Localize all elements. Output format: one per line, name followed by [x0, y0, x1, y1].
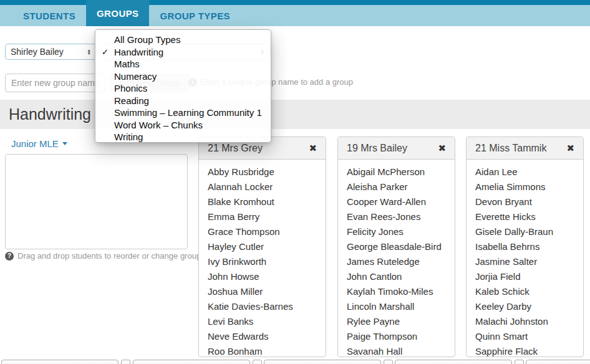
close-icon[interactable]: ✖ — [566, 143, 574, 153]
student-item[interactable]: Cooper Ward-Allen — [347, 194, 446, 209]
group-type-dropdown-menu: All Group Types✓HandwritingMathsNumeracy… — [95, 29, 271, 143]
student-item[interactable]: Isabella Behrns — [475, 239, 574, 254]
bottom-select-stepper[interactable] — [121, 360, 130, 364]
student-item[interactable]: Amelia Simmons — [475, 180, 574, 194]
student-item[interactable]: Abby Rusbridge — [208, 165, 317, 180]
student-item[interactable]: Emma Berry — [208, 209, 317, 224]
page-title: Handwriting — [9, 105, 91, 123]
bottom-select[interactable] — [1, 360, 118, 364]
group-column: 19 Mrs Bailey ✖ Abigail McPhersonAleisha… — [337, 136, 455, 357]
checkmark-icon: ✓ — [102, 46, 109, 59]
student-list: Aidan LeeAmelia SimmonsDevon BryantEvere… — [467, 160, 583, 357]
student-item[interactable]: Blake Kromhout — [208, 194, 317, 209]
drag-drop-hint: ? Drag and drop students to reorder or c… — [5, 251, 205, 261]
group-column-header: 19 Mrs Bailey ✖ — [338, 137, 455, 160]
student-item[interactable]: Roo Bonham — [208, 344, 317, 357]
menu-item[interactable]: Reading — [95, 95, 271, 107]
student-item[interactable]: Sapphire Flack — [475, 344, 574, 357]
student-item[interactable]: John Howse — [208, 269, 317, 284]
student-item[interactable]: Lincoln Marshall — [347, 299, 446, 314]
bottom-select-stepper[interactable] — [384, 360, 393, 364]
student-item[interactable]: Malachi Johnston — [475, 314, 574, 329]
heading-band: Handwriting — [0, 100, 590, 129]
student-item[interactable]: Hayley Cutler — [208, 239, 317, 254]
student-drop-zone[interactable] — [5, 154, 188, 249]
student-item[interactable]: James Ruteledge — [347, 254, 446, 269]
menu-item[interactable]: Writing — [95, 131, 271, 143]
group-column: 21 Miss Tammik ✖ Aidan LeeAmelia Simmons… — [466, 136, 584, 357]
student-item[interactable]: Paige Thompson — [347, 329, 446, 344]
student-item[interactable]: Joshua Miller — [208, 284, 317, 299]
group-column-title: 21 Miss Tammik — [475, 143, 566, 154]
group-column-title: 19 Mrs Bailey — [347, 143, 438, 154]
menu-item[interactable]: Maths — [95, 58, 271, 70]
tab-group-types[interactable]: GROUP TYPES — [149, 5, 240, 26]
student-item[interactable]: Gisele Dally-Braun — [475, 224, 574, 239]
tab-groups[interactable]: GROUPS — [86, 0, 149, 26]
menu-item[interactable]: Phonics — [95, 82, 271, 95]
student-item[interactable]: Devon Bryant — [475, 194, 574, 209]
close-icon[interactable]: ✖ — [438, 143, 446, 153]
menu-item[interactable]: Swimming – Learning Community 1 — [95, 107, 271, 119]
class-selector-label: Junior MLE — [11, 138, 59, 149]
student-item[interactable]: Aleisha Parker — [347, 180, 446, 194]
bottom-select[interactable] — [526, 360, 590, 364]
menu-item[interactable]: Word Work – Chunks — [95, 119, 271, 132]
drag-drop-hint-text: Drag and drop students to reorder or cha… — [17, 251, 205, 261]
student-item[interactable]: Jasmine Salter — [475, 254, 574, 269]
student-item[interactable]: Jorjia Field — [475, 269, 574, 284]
bottom-select-stepper[interactable] — [253, 360, 262, 364]
teacher-select[interactable]: Shirley Bailey ▲▼ — [5, 44, 97, 60]
student-item[interactable]: Aidan Lee — [475, 165, 574, 180]
question-icon: ? — [5, 252, 14, 261]
student-item[interactable]: Grace Thompson — [208, 224, 317, 239]
student-item[interactable]: Kaylah Timoko-Miles — [347, 284, 446, 299]
student-item[interactable]: Levi Banks — [208, 314, 317, 329]
student-list: Abigail McPhersonAleisha ParkerCooper Wa… — [338, 160, 455, 357]
new-group-name-input[interactable] — [5, 74, 105, 92]
student-item[interactable]: Keeley Darby — [475, 299, 574, 314]
student-list: Abby RusbridgeAlannah LockerBlake Kromho… — [199, 160, 326, 357]
group-column-title: 21 Mrs Grey — [208, 143, 309, 154]
teacher-select-value: Shirley Bailey — [11, 47, 64, 57]
student-item[interactable]: Katie Davies-Barnes — [208, 299, 317, 314]
close-icon[interactable]: ✖ — [309, 143, 317, 153]
group-column-header: 21 Miss Tammik ✖ — [467, 137, 583, 160]
bottom-select[interactable] — [133, 360, 250, 364]
student-item[interactable]: Evan Rees-Jones — [347, 209, 446, 224]
student-item[interactable]: Ivy Brinkworth — [208, 254, 317, 269]
student-item[interactable]: Abigail McPherson — [347, 165, 446, 180]
menu-item[interactable]: All Group Types — [95, 34, 271, 46]
group-column: 21 Mrs Grey ✖ Abby RusbridgeAlannah Lock… — [198, 136, 326, 357]
student-item[interactable]: John Cantlon — [347, 269, 446, 284]
bottom-select-stepper[interactable] — [515, 360, 524, 364]
menu-item[interactable]: Numeracy — [95, 70, 271, 83]
student-item[interactable]: George Bleasdale-Bird — [347, 239, 446, 254]
student-item[interactable]: Kaleb Schick — [475, 284, 574, 299]
chevron-down-icon — [62, 142, 67, 145]
tab-students[interactable]: STUDENTS — [12, 5, 86, 26]
tab-bar: STUDENTSGROUPSGROUP TYPES — [0, 5, 590, 26]
menu-item[interactable]: ✓Handwriting — [95, 46, 271, 59]
student-item[interactable]: Neve Edwards — [208, 329, 317, 344]
select-stepper-icon: ▲▼ — [87, 49, 91, 55]
student-item[interactable]: Everette Hicks — [475, 209, 574, 224]
bottom-select[interactable] — [264, 360, 381, 364]
student-item[interactable]: Savanah Hall — [347, 344, 446, 357]
student-item[interactable]: Rylee Payne — [347, 314, 446, 329]
class-selector-link[interactable]: Junior MLE — [11, 138, 67, 149]
student-item[interactable]: Felicity Jones — [347, 224, 446, 239]
student-item[interactable]: Quinn Smart — [475, 329, 574, 344]
student-item[interactable]: Alannah Locker — [208, 180, 317, 194]
bottom-select[interactable] — [395, 360, 512, 364]
